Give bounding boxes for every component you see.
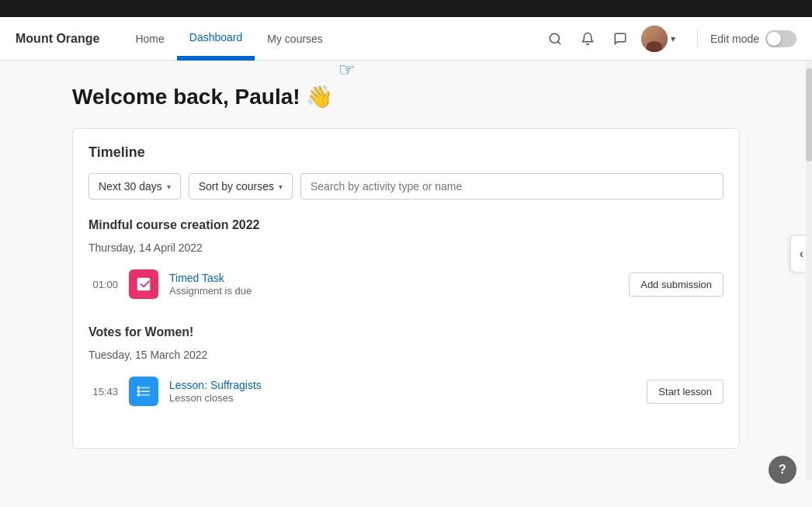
activity-item-0-0-0: 01:00 Timed Task Assignment is due Add s… <box>88 262 724 307</box>
course-title-0: Mindful course creation 2022 <box>88 218 724 232</box>
start-lesson-button[interactable]: Start lesson <box>647 380 724 404</box>
edit-mode-label: Edit mode <box>710 33 759 45</box>
svg-line-1 <box>557 41 560 43</box>
svg-rect-4 <box>141 387 150 389</box>
timeline-title: Timeline <box>88 144 724 161</box>
sort-filter-chevron: ▾ <box>279 182 283 191</box>
date-label-0-0: Thursday, 14 April 2022 <box>88 241 724 254</box>
filters-row: Next 30 days ▾ Sort by courses ▾ <box>88 173 724 200</box>
search-button[interactable] <box>543 29 567 49</box>
activity-action-0: Add submission <box>629 273 724 297</box>
help-button[interactable]: ? <box>769 456 796 472</box>
activity-name-1[interactable]: Lesson: Suffragists <box>169 379 636 391</box>
navbar-right: ▾ Edit mode <box>543 26 796 52</box>
main-content: Welcome back, Paula! 👋 Timeline Next 30 … <box>57 61 755 472</box>
scrollbar-track <box>806 61 812 472</box>
svg-rect-6 <box>141 394 150 396</box>
svg-rect-2 <box>137 387 141 390</box>
course-section-0: Mindful course creation 2022 Thursday, 1… <box>88 218 724 307</box>
activity-name-0[interactable]: Timed Task <box>169 272 618 284</box>
navbar: Mount Orange Home Dashboard ☞ My courses <box>0 17 812 61</box>
notifications-button[interactable] <box>576 29 599 49</box>
add-submission-button[interactable]: Add submission <box>629 273 724 297</box>
nav-links: Home Dashboard ☞ My courses <box>123 17 543 61</box>
nav-item-mycourses[interactable]: My courses <box>255 17 335 61</box>
activity-icon-lesson <box>129 377 158 406</box>
brand-name: Mount Orange <box>16 32 99 46</box>
welcome-heading: Welcome back, Paula! 👋 <box>72 84 740 109</box>
activity-icon-assignment <box>129 269 158 299</box>
sort-filter-dropdown[interactable]: Sort by courses ▾ <box>189 173 293 200</box>
search-icon <box>548 32 562 46</box>
messages-button[interactable] <box>609 29 632 49</box>
svg-rect-5 <box>141 391 150 392</box>
assignment-icon <box>135 276 152 293</box>
bell-icon <box>581 32 595 46</box>
nav-item-home[interactable]: Home <box>123 17 176 61</box>
right-panel-toggle-icon: ‹ <box>800 247 803 261</box>
edit-mode-toggle[interactable] <box>765 30 796 47</box>
chat-icon <box>613 32 627 46</box>
avatar <box>641 26 668 52</box>
avatar-chevron: ▾ <box>671 33 675 44</box>
date-label-1-0: Tuesday, 15 March 2022 <box>88 349 724 361</box>
svg-rect-7 <box>137 394 141 397</box>
activity-details-0: Timed Task Assignment is due <box>169 272 618 297</box>
top-bar <box>0 0 812 17</box>
timeline-card: Timeline Next 30 days ▾ Sort by courses … <box>72 128 740 449</box>
activity-details-1: Lesson: Suffragists Lesson closes <box>169 379 636 404</box>
sort-filter-label: Sort by courses <box>199 180 274 193</box>
activity-time-0: 01:00 <box>88 279 118 290</box>
nav-item-dashboard[interactable]: Dashboard ☞ <box>177 17 255 61</box>
course-title-1: Votes for Women! <box>88 325 724 339</box>
edit-mode-container: Edit mode <box>697 30 796 47</box>
lesson-icon <box>135 383 152 400</box>
activity-sub-0: Assignment is due <box>169 285 252 297</box>
days-filter-label: Next 30 days <box>99 180 162 193</box>
activity-sub-1: Lesson closes <box>169 392 233 404</box>
activity-item-1-0-0: 15:43 Lesson: Suffragists Les <box>88 369 724 414</box>
days-filter-dropdown[interactable]: Next 30 days ▾ <box>88 173 181 200</box>
activity-time-1: 15:43 <box>88 386 118 398</box>
svg-rect-3 <box>137 390 141 393</box>
user-avatar-container[interactable]: ▾ <box>641 26 675 52</box>
search-input[interactable] <box>300 173 724 200</box>
activity-action-1: Start lesson <box>647 380 724 404</box>
days-filter-chevron: ▾ <box>167 182 171 191</box>
scrollbar-thumb[interactable] <box>806 68 812 161</box>
course-section-1: Votes for Women! Tuesday, 15 March 2022 … <box>88 325 724 414</box>
